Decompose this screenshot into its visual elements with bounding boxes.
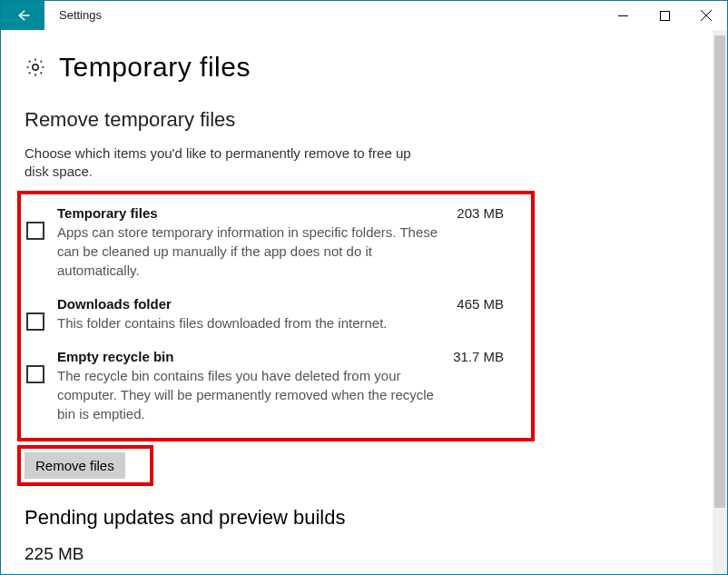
item-size: 31.7 MB [453, 349, 522, 364]
settings-window: Settings Temporary files Remove temp [0, 0, 728, 575]
window-title: Settings [44, 1, 102, 30]
page-title: Temporary files [59, 52, 251, 83]
pending-size: 225 MB [25, 544, 689, 564]
remove-section-heading: Remove temporary files [25, 108, 689, 132]
item-desc: Apps can store temporary information in … [57, 223, 448, 280]
page-heading: Temporary files [25, 52, 689, 83]
item-empty-recycle-bin: Empty recycle bin 31.7 MB The recycle bi… [25, 349, 522, 423]
item-name: Temporary files [57, 205, 158, 221]
item-desc: This folder contains files downloaded fr… [57, 313, 448, 332]
maximize-button[interactable] [644, 1, 685, 30]
back-button[interactable] [1, 1, 44, 30]
item-name: Downloads folder [57, 296, 172, 312]
item-name: Empty recycle bin [57, 349, 173, 364]
arrow-left-icon [15, 7, 31, 24]
item-downloads-folder: Downloads folder 465 MB This folder cont… [25, 296, 522, 332]
close-button[interactable] [685, 1, 727, 30]
svg-point-5 [33, 64, 38, 70]
gear-icon [25, 56, 46, 82]
titlebar: Settings [1, 1, 727, 30]
pending-heading: Pending updates and preview builds [25, 506, 689, 530]
pending-section: Pending updates and preview builds 225 M… [25, 506, 689, 575]
item-temporary-files: Temporary files 203 MB Apps can store te… [25, 205, 522, 280]
checkbox-temporary-files[interactable] [26, 222, 44, 240]
checkbox-empty-recycle-bin[interactable] [26, 365, 44, 383]
pending-cutoff-text: You can learn more about pending updates… [25, 573, 689, 575]
item-size: 465 MB [457, 296, 522, 312]
checkbox-downloads-folder[interactable] [26, 312, 44, 331]
maximize-icon [660, 11, 670, 21]
highlight-items-box: Temporary files 203 MB Apps can store te… [17, 191, 535, 441]
content-area: Temporary files Remove temporary files C… [1, 30, 713, 574]
minimize-button[interactable] [602, 1, 644, 30]
svg-rect-2 [660, 11, 669, 20]
highlight-remove-button-box: Remove files [17, 445, 153, 486]
remove-section-lead: Choose which items you'd like to permane… [25, 144, 424, 182]
item-desc: The recycle bin contains files you have … [57, 366, 448, 423]
vertical-scrollbar[interactable] [713, 30, 727, 574]
scrollbar-thumb[interactable] [714, 35, 725, 508]
item-size: 203 MB [457, 205, 522, 221]
close-icon [701, 10, 712, 21]
remove-files-button[interactable]: Remove files [25, 452, 125, 479]
minimize-icon [618, 11, 628, 21]
